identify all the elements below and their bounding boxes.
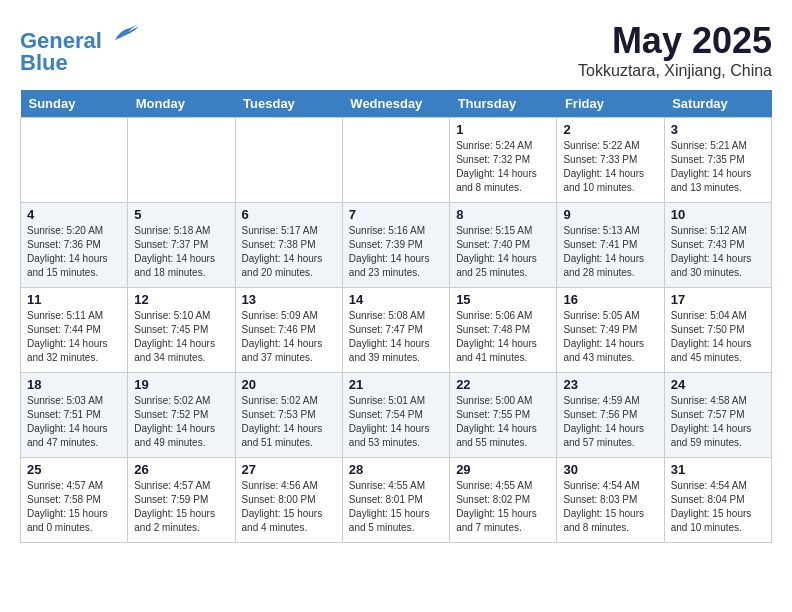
day-number: 21	[349, 377, 443, 392]
logo-blue-text: Blue	[20, 52, 140, 74]
calendar-cell: 13Sunrise: 5:09 AM Sunset: 7:46 PM Dayli…	[235, 288, 342, 373]
calendar-cell: 4Sunrise: 5:20 AM Sunset: 7:36 PM Daylig…	[21, 203, 128, 288]
day-number: 11	[27, 292, 121, 307]
day-number: 28	[349, 462, 443, 477]
calendar-cell: 6Sunrise: 5:17 AM Sunset: 7:38 PM Daylig…	[235, 203, 342, 288]
day-number: 31	[671, 462, 765, 477]
page-header: General Blue May 2025 Tokkuztara, Xinjia…	[20, 20, 772, 80]
day-info: Sunrise: 4:54 AM Sunset: 8:03 PM Dayligh…	[563, 479, 657, 535]
day-number: 3	[671, 122, 765, 137]
calendar-cell: 8Sunrise: 5:15 AM Sunset: 7:40 PM Daylig…	[450, 203, 557, 288]
day-info: Sunrise: 5:12 AM Sunset: 7:43 PM Dayligh…	[671, 224, 765, 280]
week-row-4: 18Sunrise: 5:03 AM Sunset: 7:51 PM Dayli…	[21, 373, 772, 458]
day-number: 24	[671, 377, 765, 392]
day-number: 26	[134, 462, 228, 477]
day-number: 14	[349, 292, 443, 307]
day-info: Sunrise: 5:15 AM Sunset: 7:40 PM Dayligh…	[456, 224, 550, 280]
calendar-cell: 28Sunrise: 4:55 AM Sunset: 8:01 PM Dayli…	[342, 458, 449, 543]
day-number: 2	[563, 122, 657, 137]
day-number: 27	[242, 462, 336, 477]
day-info: Sunrise: 4:56 AM Sunset: 8:00 PM Dayligh…	[242, 479, 336, 535]
day-info: Sunrise: 4:54 AM Sunset: 8:04 PM Dayligh…	[671, 479, 765, 535]
day-number: 18	[27, 377, 121, 392]
calendar-cell: 7Sunrise: 5:16 AM Sunset: 7:39 PM Daylig…	[342, 203, 449, 288]
day-info: Sunrise: 5:16 AM Sunset: 7:39 PM Dayligh…	[349, 224, 443, 280]
calendar-cell: 15Sunrise: 5:06 AM Sunset: 7:48 PM Dayli…	[450, 288, 557, 373]
calendar-cell: 2Sunrise: 5:22 AM Sunset: 7:33 PM Daylig…	[557, 118, 664, 203]
day-info: Sunrise: 4:55 AM Sunset: 8:01 PM Dayligh…	[349, 479, 443, 535]
calendar-cell: 12Sunrise: 5:10 AM Sunset: 7:45 PM Dayli…	[128, 288, 235, 373]
title-block: May 2025 Tokkuztara, Xinjiang, China	[578, 20, 772, 80]
calendar-cell: 16Sunrise: 5:05 AM Sunset: 7:49 PM Dayli…	[557, 288, 664, 373]
day-number: 23	[563, 377, 657, 392]
day-info: Sunrise: 5:04 AM Sunset: 7:50 PM Dayligh…	[671, 309, 765, 365]
day-info: Sunrise: 4:57 AM Sunset: 7:59 PM Dayligh…	[134, 479, 228, 535]
day-info: Sunrise: 5:03 AM Sunset: 7:51 PM Dayligh…	[27, 394, 121, 450]
weekday-header-saturday: Saturday	[664, 90, 771, 118]
logo-bird-icon	[110, 20, 140, 48]
day-info: Sunrise: 5:18 AM Sunset: 7:37 PM Dayligh…	[134, 224, 228, 280]
day-info: Sunrise: 5:13 AM Sunset: 7:41 PM Dayligh…	[563, 224, 657, 280]
calendar-cell: 20Sunrise: 5:02 AM Sunset: 7:53 PM Dayli…	[235, 373, 342, 458]
week-row-5: 25Sunrise: 4:57 AM Sunset: 7:58 PM Dayli…	[21, 458, 772, 543]
day-number: 30	[563, 462, 657, 477]
location-subtitle: Tokkuztara, Xinjiang, China	[578, 62, 772, 80]
calendar-cell: 25Sunrise: 4:57 AM Sunset: 7:58 PM Dayli…	[21, 458, 128, 543]
calendar-cell: 9Sunrise: 5:13 AM Sunset: 7:41 PM Daylig…	[557, 203, 664, 288]
calendar-cell: 30Sunrise: 4:54 AM Sunset: 8:03 PM Dayli…	[557, 458, 664, 543]
day-info: Sunrise: 5:02 AM Sunset: 7:52 PM Dayligh…	[134, 394, 228, 450]
weekday-header-monday: Monday	[128, 90, 235, 118]
logo-text: General	[20, 20, 140, 52]
day-number: 29	[456, 462, 550, 477]
calendar-cell: 21Sunrise: 5:01 AM Sunset: 7:54 PM Dayli…	[342, 373, 449, 458]
weekday-header-row: SundayMondayTuesdayWednesdayThursdayFrid…	[21, 90, 772, 118]
calendar-cell: 17Sunrise: 5:04 AM Sunset: 7:50 PM Dayli…	[664, 288, 771, 373]
calendar-cell: 18Sunrise: 5:03 AM Sunset: 7:51 PM Dayli…	[21, 373, 128, 458]
day-number: 17	[671, 292, 765, 307]
day-info: Sunrise: 5:22 AM Sunset: 7:33 PM Dayligh…	[563, 139, 657, 195]
day-info: Sunrise: 4:59 AM Sunset: 7:56 PM Dayligh…	[563, 394, 657, 450]
day-number: 5	[134, 207, 228, 222]
calendar-cell: 31Sunrise: 4:54 AM Sunset: 8:04 PM Dayli…	[664, 458, 771, 543]
day-number: 20	[242, 377, 336, 392]
day-info: Sunrise: 5:00 AM Sunset: 7:55 PM Dayligh…	[456, 394, 550, 450]
calendar-cell: 24Sunrise: 4:58 AM Sunset: 7:57 PM Dayli…	[664, 373, 771, 458]
calendar-cell: 5Sunrise: 5:18 AM Sunset: 7:37 PM Daylig…	[128, 203, 235, 288]
week-row-3: 11Sunrise: 5:11 AM Sunset: 7:44 PM Dayli…	[21, 288, 772, 373]
weekday-header-friday: Friday	[557, 90, 664, 118]
day-number: 10	[671, 207, 765, 222]
day-number: 8	[456, 207, 550, 222]
day-info: Sunrise: 4:55 AM Sunset: 8:02 PM Dayligh…	[456, 479, 550, 535]
calendar-cell	[21, 118, 128, 203]
day-info: Sunrise: 5:08 AM Sunset: 7:47 PM Dayligh…	[349, 309, 443, 365]
calendar-cell: 22Sunrise: 5:00 AM Sunset: 7:55 PM Dayli…	[450, 373, 557, 458]
day-number: 19	[134, 377, 228, 392]
weekday-header-sunday: Sunday	[21, 90, 128, 118]
calendar-cell: 26Sunrise: 4:57 AM Sunset: 7:59 PM Dayli…	[128, 458, 235, 543]
day-info: Sunrise: 5:10 AM Sunset: 7:45 PM Dayligh…	[134, 309, 228, 365]
calendar-cell: 14Sunrise: 5:08 AM Sunset: 7:47 PM Dayli…	[342, 288, 449, 373]
day-info: Sunrise: 5:05 AM Sunset: 7:49 PM Dayligh…	[563, 309, 657, 365]
day-info: Sunrise: 5:24 AM Sunset: 7:32 PM Dayligh…	[456, 139, 550, 195]
calendar-cell: 1Sunrise: 5:24 AM Sunset: 7:32 PM Daylig…	[450, 118, 557, 203]
day-number: 25	[27, 462, 121, 477]
day-number: 9	[563, 207, 657, 222]
day-number: 12	[134, 292, 228, 307]
calendar-cell: 3Sunrise: 5:21 AM Sunset: 7:35 PM Daylig…	[664, 118, 771, 203]
day-info: Sunrise: 4:57 AM Sunset: 7:58 PM Dayligh…	[27, 479, 121, 535]
weekday-header-tuesday: Tuesday	[235, 90, 342, 118]
calendar-cell	[235, 118, 342, 203]
day-info: Sunrise: 5:06 AM Sunset: 7:48 PM Dayligh…	[456, 309, 550, 365]
day-number: 6	[242, 207, 336, 222]
day-info: Sunrise: 5:11 AM Sunset: 7:44 PM Dayligh…	[27, 309, 121, 365]
calendar-cell: 29Sunrise: 4:55 AM Sunset: 8:02 PM Dayli…	[450, 458, 557, 543]
calendar-cell	[128, 118, 235, 203]
calendar-cell: 11Sunrise: 5:11 AM Sunset: 7:44 PM Dayli…	[21, 288, 128, 373]
week-row-1: 1Sunrise: 5:24 AM Sunset: 7:32 PM Daylig…	[21, 118, 772, 203]
logo: General Blue	[20, 20, 140, 74]
day-info: Sunrise: 5:02 AM Sunset: 7:53 PM Dayligh…	[242, 394, 336, 450]
week-row-2: 4Sunrise: 5:20 AM Sunset: 7:36 PM Daylig…	[21, 203, 772, 288]
calendar-cell: 10Sunrise: 5:12 AM Sunset: 7:43 PM Dayli…	[664, 203, 771, 288]
day-number: 13	[242, 292, 336, 307]
calendar-cell	[342, 118, 449, 203]
